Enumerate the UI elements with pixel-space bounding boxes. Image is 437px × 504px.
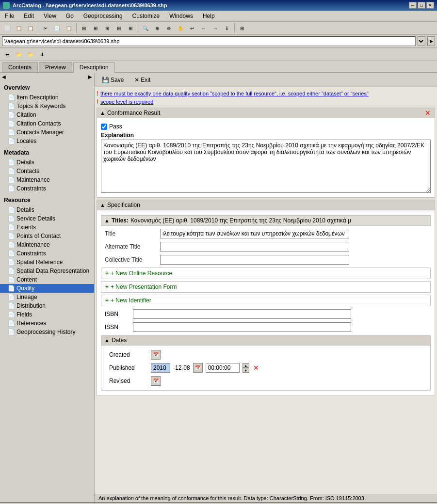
collective-title-input[interactable] [160,255,349,265]
time-down-button[interactable]: ▼ [243,368,249,373]
cat-btn-3[interactable]: 📁 [25,49,36,60]
sidebar-item-topics[interactable]: 📄 Topics & Keywords [0,102,94,110]
sidebar-item-resource-details[interactable]: 📄 Details [0,205,94,214]
minimize-button[interactable]: ─ [409,2,417,9]
cat-btn-4[interactable]: ⬇ [37,49,48,60]
cat-btn-1[interactable]: ⬅ [2,49,13,60]
sidebar-item-locales[interactable]: 📄 Locales [0,137,94,145]
validation-link-1[interactable]: there must be exactly one data quality s… [100,91,369,96]
sidebar-item-metadata-details[interactable]: 📄 Details [0,158,94,167]
sidebar-item-points-of-contact[interactable]: 📄 Points of Contact [0,232,94,240]
toolbar-btn-10[interactable]: ⊞ [113,23,124,33]
isbn-input[interactable] [133,309,351,319]
titles-collapse-icon[interactable]: ▲ [104,218,110,223]
toolbar-btn-9[interactable]: ⊞ [102,23,113,33]
alternate-title-input[interactable] [160,242,349,252]
menu-customize[interactable]: Customize [129,12,163,20]
address-input[interactable] [2,36,416,46]
toolbar-btn-8[interactable]: ⊞ [90,23,101,33]
toolbar-btn-4[interactable]: ✂ [40,23,51,33]
pass-checkbox[interactable] [101,124,107,130]
new-presentation-form-button[interactable]: + + New Presentation Form [101,282,430,292]
sidebar-item-distribution[interactable]: 📄 Distribution [0,301,94,310]
issn-input[interactable] [133,322,351,332]
toolbar-btn-6[interactable]: 📋 [64,23,74,33]
collapse-icon[interactable]: ▲ [100,110,105,116]
created-calendar-button[interactable]: 📅 [151,350,161,360]
conformance-delete-button[interactable]: ✕ [424,110,432,116]
toolbar-btn-19[interactable]: ℹ [222,23,232,33]
published-delete-button[interactable]: ✕ [252,364,260,371]
scroll-right-btn[interactable]: ▶ [88,74,92,79]
sidebar-item-spatial-reference[interactable]: 📄 Spatial Reference [0,258,94,267]
specification-header[interactable]: ▲ Specification [97,200,435,210]
published-time-input[interactable] [206,363,240,373]
new-presentation-form-label[interactable]: + New Presentation Form [111,284,177,290]
menu-view[interactable]: View [41,12,59,20]
spec-collapse-icon[interactable]: ▲ [100,202,105,208]
sidebar-item-spatial-data-rep[interactable]: 📄 Spatial Data Representation [0,267,94,275]
sidebar-item-citation[interactable]: 📄 Citation [0,110,94,119]
sidebar-item-quality[interactable]: 📄 Quality [0,284,94,293]
tab-contents[interactable]: Contents [2,62,38,72]
toolbar-btn-7[interactable]: ⊞ [79,23,89,33]
close-button[interactable]: ✕ [426,2,434,9]
save-button[interactable]: 💾 Save [98,75,127,85]
menu-help[interactable]: Help [200,12,218,20]
toolbar-btn-11[interactable]: ⊞ [125,23,136,33]
sidebar-item-lineage[interactable]: 📄 Lineage [0,293,94,301]
new-identifier-label[interactable]: + New Identifier [111,297,151,304]
sidebar-scroll-up[interactable]: ◀ ▶ [0,73,94,80]
content-scroll[interactable]: ! there must be exactly one data quality… [95,87,437,494]
new-online-resource-label[interactable]: + New Online Resource [111,270,172,277]
sidebar-item-content[interactable]: 📄 Content [0,275,94,284]
window-controls[interactable]: ─ □ ✕ [409,2,434,9]
sidebar-item-description[interactable]: 📄 Item Description [0,93,94,102]
toolbar-btn-5[interactable]: 📑 [52,23,63,33]
tab-preview[interactable]: Preview [39,62,72,72]
menu-file[interactable]: File [2,12,17,20]
menu-go[interactable]: Go [63,12,77,20]
dates-header[interactable]: ▲ Dates [101,335,430,346]
address-go-button[interactable]: ▶ [427,36,435,46]
new-online-resource-button[interactable]: + + New Online Resource [101,268,430,279]
validation-link-2[interactable]: scope level is required [100,99,153,105]
sidebar-item-metadata-constraints[interactable]: 📄 Constraints [0,184,94,193]
sidebar-item-resource-maintenance[interactable]: 📄 Maintenance [0,240,94,249]
published-year-input[interactable] [151,363,170,373]
sidebar-item-metadata-maintenance[interactable]: 📄 Maintenance [0,175,94,184]
menu-edit[interactable]: Edit [21,12,37,20]
tab-description[interactable]: Description [73,62,115,73]
scroll-left-btn[interactable]: ◀ [2,74,6,79]
exit-button[interactable]: ✕ Exit [131,75,154,85]
published-calendar-button[interactable]: 📅 [193,363,203,373]
title-input[interactable] [160,229,349,238]
time-up-button[interactable]: ▲ [243,363,249,368]
toolbar-btn-12[interactable]: 🔍 [140,23,151,33]
explanation-textarea[interactable]: Κανονισμός (ΕΕ) αριθ. 1089/2010 της Επιτ… [101,140,431,193]
cat-btn-2[interactable]: 📁 [14,49,24,60]
conformance-header[interactable]: ▲ Conformance Result ✕ [97,108,435,118]
sidebar-item-extents[interactable]: 📄 Extents [0,223,94,232]
sidebar-item-contacts[interactable]: 📄 Contacts [0,167,94,175]
new-identifier-button[interactable]: + + New Identifier [101,295,430,306]
time-spinner[interactable]: ▲ ▼ [243,363,249,373]
toolbar-btn-15[interactable]: ✋ [175,23,186,33]
toolbar-btn-13[interactable]: ⊕ [152,23,162,33]
toolbar-btn-14[interactable]: ⊖ [163,23,174,33]
sidebar-item-service-details[interactable]: 📄 Service Details [0,214,94,223]
toolbar-btn-17[interactable]: ← [198,23,209,33]
revised-calendar-button[interactable]: 📅 [151,376,161,386]
toolbar-btn-3[interactable]: 📋 [25,23,36,33]
sidebar-item-geoprocessing[interactable]: 📄 Geoprocessing History [0,328,94,336]
address-dropdown[interactable] [418,36,425,46]
toolbar-btn-1[interactable]: ⬜ [2,23,13,33]
sidebar-item-references[interactable]: 📄 References [0,319,94,328]
toolbar-btn-18[interactable]: → [210,23,221,33]
sidebar-item-fields[interactable]: 📄 Fields [0,310,94,319]
sidebar-item-contacts-manager[interactable]: 📄 Contacts Manager [0,128,94,137]
dates-collapse-icon[interactable]: ▲ [104,337,110,343]
toolbar-btn-2[interactable]: 📋 [14,23,24,33]
sidebar-item-citation-contacts[interactable]: 📄 Citation Contacts [0,119,94,128]
menu-geoprocessing[interactable]: Geoprocessing [81,12,126,20]
